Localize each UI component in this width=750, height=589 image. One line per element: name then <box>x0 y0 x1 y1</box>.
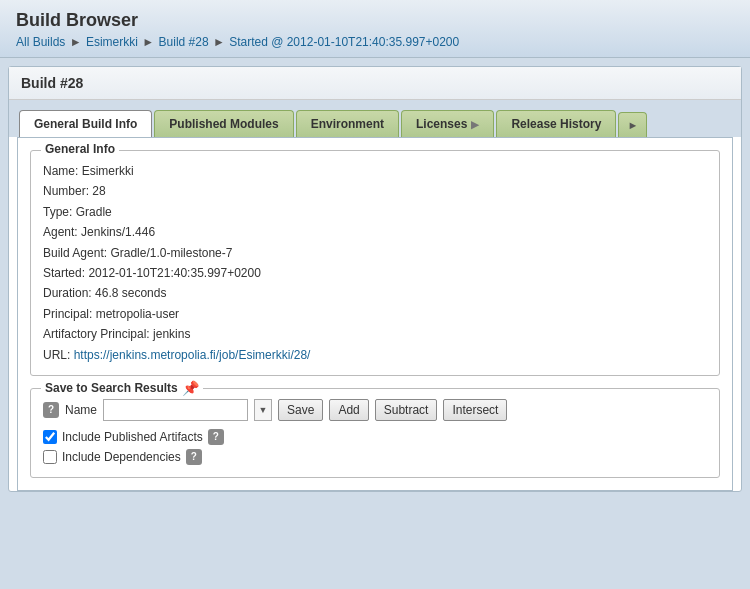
info-number-row: Number: 28 <box>43 181 707 201</box>
include-published-checkbox[interactable] <box>43 430 57 444</box>
name-input[interactable] <box>103 399 248 421</box>
tab-content: General Info Name: Esimerkki Number: 28 … <box>17 137 733 491</box>
name-dropdown-button[interactable]: ▼ <box>254 399 272 421</box>
licenses-arrow-icon: ▶ <box>471 119 479 130</box>
tabs-container: General Build Info Published Modules Env… <box>9 100 741 137</box>
url-link[interactable]: https://jenkins.metropolia.fi/job/Esimer… <box>74 348 311 362</box>
breadcrumb-sep-2: ► <box>142 35 154 49</box>
pin-icon: 📌 <box>182 380 199 396</box>
number-value: 28 <box>92 184 105 198</box>
main-panel: Build #28 General Build Info Published M… <box>8 66 742 492</box>
info-principal-row: Principal: metropolia-user <box>43 304 707 324</box>
include-published-help-button[interactable]: ? <box>208 429 224 445</box>
breadcrumb: All Builds ► Esimerkki ► Build #28 ► Sta… <box>16 35 734 49</box>
include-published-label: Include Published Artifacts <box>62 430 203 444</box>
principal-value: metropolia-user <box>96 307 179 321</box>
panel-title: Build #28 <box>9 67 741 100</box>
breadcrumb-build[interactable]: Build #28 <box>159 35 209 49</box>
build-agent-label: Build Agent: <box>43 246 107 260</box>
name-value: Esimerkki <box>82 164 134 178</box>
info-agent-row: Agent: Jenkins/1.446 <box>43 222 707 242</box>
breadcrumb-all-builds[interactable]: All Builds <box>16 35 65 49</box>
breadcrumb-started: Started @ 2012-01-10T21:40:35.997+0200 <box>229 35 459 49</box>
type-label: Type: <box>43 205 72 219</box>
started-label: Started: <box>43 266 85 280</box>
info-artifactory-principal-row: Artifactory Principal: jenkins <box>43 324 707 344</box>
tab-general-build-info[interactable]: General Build Info <box>19 110 152 137</box>
info-duration-row: Duration: 46.8 seconds <box>43 283 707 303</box>
info-build-agent-row: Build Agent: Gradle/1.0-milestone-7 <box>43 243 707 263</box>
tab-licenses-label: Licenses <box>416 117 467 131</box>
save-section: Save to Search Results 📌 ? Name ▼ Save A… <box>30 388 720 478</box>
include-dependencies-label: Include Dependencies <box>62 450 181 464</box>
include-dependencies-checkbox[interactable] <box>43 450 57 464</box>
app-title: Build Browser <box>16 10 734 31</box>
include-dependencies-help-button[interactable]: ? <box>186 449 202 465</box>
started-value: 2012-01-10T21:40:35.997+0200 <box>88 266 260 280</box>
build-agent-value: Gradle/1.0-milestone-7 <box>110 246 232 260</box>
info-name-row: Name: Esimerkki <box>43 161 707 181</box>
tab-licenses[interactable]: Licenses ▶ <box>401 110 494 137</box>
type-value: Gradle <box>76 205 112 219</box>
tab-release-history[interactable]: Release History <box>496 110 616 137</box>
info-type-row: Type: Gradle <box>43 202 707 222</box>
save-label-text: Save to Search Results <box>45 381 178 395</box>
general-info-section: General Info Name: Esimerkki Number: 28 … <box>30 150 720 376</box>
subtract-button[interactable]: Subtract <box>375 399 438 421</box>
duration-label: Duration: <box>43 286 92 300</box>
principal-label: Principal: <box>43 307 92 321</box>
duration-value: 46.8 seconds <box>95 286 166 300</box>
general-info-label: General Info <box>41 142 119 156</box>
agent-value: Jenkins/1.446 <box>81 225 155 239</box>
info-started-row: Started: 2012-01-10T21:40:35.997+0200 <box>43 263 707 283</box>
intersect-button[interactable]: Intersect <box>443 399 507 421</box>
breadcrumb-project[interactable]: Esimerkki <box>86 35 138 49</box>
artifactory-principal-label: Artifactory Principal: <box>43 327 150 341</box>
app-header: Build Browser All Builds ► Esimerkki ► B… <box>0 0 750 58</box>
info-url-row: URL: https://jenkins.metropolia.fi/job/E… <box>43 345 707 365</box>
url-label: URL: <box>43 348 70 362</box>
save-section-label: Save to Search Results 📌 <box>41 380 203 396</box>
name-help-button[interactable]: ? <box>43 402 59 418</box>
breadcrumb-sep-1: ► <box>70 35 82 49</box>
include-published-row: Include Published Artifacts ? <box>43 429 707 445</box>
tab-published-modules[interactable]: Published Modules <box>154 110 293 137</box>
add-button[interactable]: Add <box>329 399 368 421</box>
agent-label: Agent: <box>43 225 78 239</box>
name-label: Name: <box>43 164 78 178</box>
name-row: ? Name ▼ Save Add Subtract Intersect <box>43 399 707 421</box>
breadcrumb-sep-3: ► <box>213 35 225 49</box>
include-dependencies-row: Include Dependencies ? <box>43 449 707 465</box>
tab-scroll-right[interactable]: ► <box>618 112 647 137</box>
artifactory-principal-value: jenkins <box>153 327 190 341</box>
tab-environment[interactable]: Environment <box>296 110 399 137</box>
number-label: Number: <box>43 184 89 198</box>
save-button[interactable]: Save <box>278 399 323 421</box>
name-field-label: Name <box>65 403 97 417</box>
